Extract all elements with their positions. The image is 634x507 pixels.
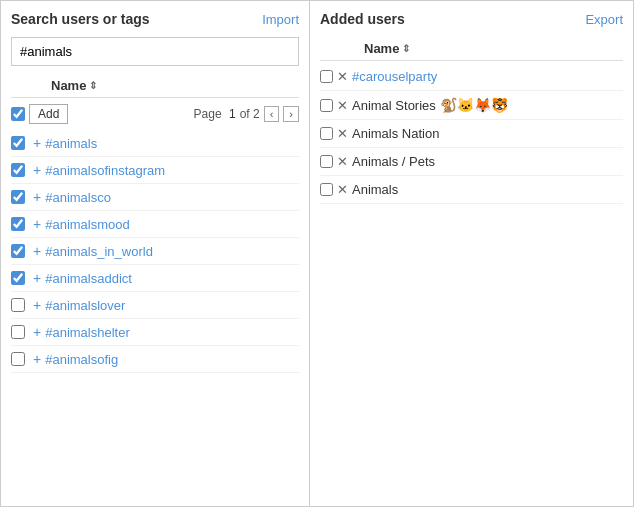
right-list-item: ✕Animals Nation xyxy=(320,120,623,148)
remove-icon[interactable]: ✕ xyxy=(337,154,348,169)
list-item: +#animalsofig xyxy=(11,346,299,373)
remove-icon[interactable]: ✕ xyxy=(337,126,348,141)
tag-label: #animalsmood xyxy=(45,217,130,232)
list-item: +#animals xyxy=(11,130,299,157)
left-list: +#animals+#animalsofinstagram+#animalsco… xyxy=(11,130,299,373)
page-of: of 2 xyxy=(240,107,260,121)
import-button[interactable]: Import xyxy=(262,12,299,27)
remove-icon[interactable]: ✕ xyxy=(337,69,348,84)
right-item-name: Animals Nation xyxy=(352,126,439,141)
right-item-name: Animal Stories xyxy=(352,98,436,113)
right-list-item: ✕Animal Stories🐒🐱🦊🐯 xyxy=(320,91,623,120)
tag-label: #animalshelter xyxy=(45,325,130,340)
right-list: ✕#carouselparty✕Animal Stories🐒🐱🦊🐯✕Anima… xyxy=(320,63,623,204)
plus-icon[interactable]: + xyxy=(33,162,41,178)
export-button[interactable]: Export xyxy=(585,12,623,27)
select-all-checkbox[interactable] xyxy=(11,107,25,121)
list-item-checkbox[interactable] xyxy=(11,352,25,366)
sort-icon: ⇕ xyxy=(89,80,97,91)
right-sort-icon: ⇕ xyxy=(402,43,410,54)
plus-icon[interactable]: + xyxy=(33,243,41,259)
tag-label: #animals_in_world xyxy=(45,244,153,259)
tag-label: #animalslover xyxy=(45,298,125,313)
remove-icon[interactable]: ✕ xyxy=(337,182,348,197)
right-name-sort-header[interactable]: Name ⇕ xyxy=(364,41,623,56)
right-item-name: Animals / Pets xyxy=(352,154,435,169)
list-item-checkbox[interactable] xyxy=(11,190,25,204)
left-panel: Search users or tags Import Name ⇕ Add P… xyxy=(0,0,310,507)
list-item-checkbox[interactable] xyxy=(11,298,25,312)
tag-label: #animalsofinstagram xyxy=(45,163,165,178)
emoji-group: 🐒🐱🦊🐯 xyxy=(440,97,508,113)
right-item-checkbox[interactable] xyxy=(320,127,333,140)
list-item-checkbox[interactable] xyxy=(11,136,25,150)
list-item-checkbox[interactable] xyxy=(11,244,25,258)
right-item-checkbox[interactable] xyxy=(320,70,333,83)
right-list-item: ✕Animals xyxy=(320,176,623,204)
right-panel-title: Added users xyxy=(320,11,405,27)
list-item: +#animalsco xyxy=(11,184,299,211)
tag-label: #animalsofig xyxy=(45,352,118,367)
next-page-button[interactable]: › xyxy=(283,106,299,122)
plus-icon[interactable]: + xyxy=(33,189,41,205)
right-item-checkbox[interactable] xyxy=(320,99,333,112)
list-item: +#animalsofinstagram xyxy=(11,157,299,184)
right-list-item: ✕#carouselparty xyxy=(320,63,623,91)
list-item-checkbox[interactable] xyxy=(11,271,25,285)
list-item-checkbox[interactable] xyxy=(11,163,25,177)
list-item: +#animalslover xyxy=(11,292,299,319)
plus-icon[interactable]: + xyxy=(33,216,41,232)
list-item: +#animalsmood xyxy=(11,211,299,238)
page-label: Page xyxy=(194,107,225,121)
list-item-checkbox[interactable] xyxy=(11,217,25,231)
right-item-checkbox[interactable] xyxy=(320,155,333,168)
plus-icon[interactable]: + xyxy=(33,324,41,340)
right-item-name: #carouselparty xyxy=(352,69,437,84)
name-sort-header[interactable]: Name ⇕ xyxy=(51,78,299,93)
right-item-name: Animals xyxy=(352,182,398,197)
plus-icon[interactable]: + xyxy=(33,135,41,151)
plus-icon[interactable]: + xyxy=(33,351,41,367)
list-item: +#animals_in_world xyxy=(11,238,299,265)
remove-icon[interactable]: ✕ xyxy=(337,98,348,113)
right-item-checkbox[interactable] xyxy=(320,183,333,196)
prev-page-button[interactable]: ‹ xyxy=(264,106,280,122)
right-name-header: Name ⇕ xyxy=(320,37,623,61)
page-current: 1 xyxy=(229,107,236,121)
left-panel-title: Search users or tags xyxy=(11,11,150,27)
list-item: +#animalshelter xyxy=(11,319,299,346)
right-list-item: ✕Animals / Pets xyxy=(320,148,623,176)
plus-icon[interactable]: + xyxy=(33,270,41,286)
plus-icon[interactable]: + xyxy=(33,297,41,313)
tag-label: #animalsco xyxy=(45,190,111,205)
right-panel: Added users Export Name ⇕ ✕#carouselpart… xyxy=(310,0,634,507)
tag-label: #animalsaddict xyxy=(45,271,132,286)
list-item-checkbox[interactable] xyxy=(11,325,25,339)
pagination-row: Add Page 1 of 2 ‹ › xyxy=(11,100,299,128)
add-button[interactable]: Add xyxy=(29,104,68,124)
search-input[interactable] xyxy=(11,37,299,66)
left-panel-header: Search users or tags Import xyxy=(11,11,299,27)
tag-label: #animals xyxy=(45,136,97,151)
name-column-header: Name ⇕ xyxy=(11,74,299,98)
list-item: +#animalsaddict xyxy=(11,265,299,292)
right-panel-header: Added users Export xyxy=(320,11,623,27)
